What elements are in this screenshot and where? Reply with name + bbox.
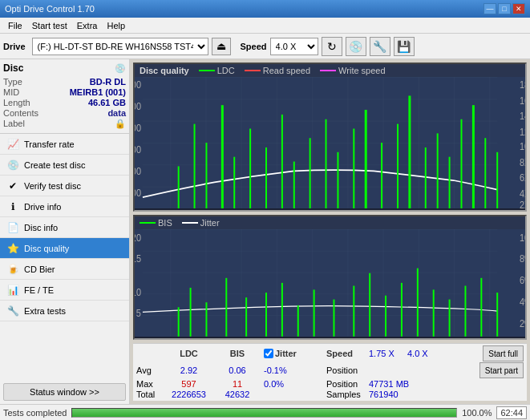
- start-part-btn-container: Start part: [401, 362, 524, 378]
- start-full-button[interactable]: Start full: [483, 345, 524, 361]
- samples-value: 761940: [369, 390, 417, 399]
- mid-value: MEIRB1 (001): [70, 87, 126, 97]
- nav-transfer-rate[interactable]: 📈 Transfer rate: [0, 134, 129, 155]
- jitter-checkbox-area: Jitter: [264, 349, 320, 358]
- content-area: Disc quality LDC Read speed Write speed: [130, 59, 530, 404]
- ldc-legend-label: LDC: [217, 66, 235, 75]
- transfer-rate-icon: 📈: [6, 138, 19, 151]
- disc-header: Disc 💿: [3, 63, 126, 74]
- nav-disc-info[interactable]: 📄 Disc info: [0, 217, 129, 238]
- svg-text:35.0: 35.0: [388, 335, 405, 337]
- ldc-legend: LDC: [199, 66, 235, 75]
- svg-text:0.0: 0.0: [143, 335, 155, 337]
- svg-text:10.0: 10.0: [212, 335, 229, 337]
- close-button[interactable]: ✕: [512, 3, 525, 14]
- menu-help[interactable]: Help: [102, 19, 130, 32]
- settings-button[interactable]: 🔧: [370, 37, 390, 56]
- minimize-button[interactable]: —: [483, 3, 496, 14]
- save-button[interactable]: 💾: [394, 37, 415, 56]
- svg-text:5: 5: [136, 308, 141, 320]
- bottom-bar: Tests completed 100.0% 62:44: [0, 404, 530, 420]
- avg-ldc: 2.92: [167, 365, 211, 375]
- read-speed-legend-label: Read speed: [263, 66, 310, 75]
- start-part-button[interactable]: Start part: [479, 362, 524, 378]
- bis-legend-label: BIS: [158, 218, 172, 228]
- disc-label-row: Label 🔒: [3, 119, 126, 129]
- speed-val-header: 1.75 X: [369, 349, 401, 358]
- stats-area: LDC BIS Jitter Speed 1.75 X 4.0 X: [133, 343, 527, 401]
- speed-col-header: Speed: [326, 349, 362, 358]
- label-label: Label: [3, 119, 25, 129]
- total-label: Total: [136, 390, 160, 399]
- svg-text:14X: 14X: [520, 110, 525, 122]
- bottom-chart-body: 20 15 10 5 10% 8% 6% 4% 2%: [135, 229, 525, 337]
- disc-mid-row: MID MEIRB1 (001): [3, 87, 126, 97]
- fe-te-icon: 📊: [6, 284, 19, 297]
- svg-text:300: 300: [135, 143, 141, 155]
- refresh-button[interactable]: ↻: [322, 37, 342, 56]
- nav-drive-info[interactable]: ℹ Drive info: [0, 196, 129, 217]
- length-label: Length: [3, 98, 30, 107]
- jitter-checkbox[interactable]: [264, 349, 273, 358]
- sidebar: Disc 💿 Type BD-R DL MID MEIRB1 (001) Len…: [0, 59, 130, 404]
- bottom-chart-header: BIS Jitter: [135, 216, 525, 229]
- bis-color: [140, 222, 156, 224]
- svg-text:16X: 16X: [520, 95, 525, 107]
- contents-value: data: [107, 108, 126, 118]
- ldc-header: LDC: [180, 349, 198, 358]
- bis-legend: BIS: [140, 218, 172, 228]
- nav-extra-tests-label: Extra tests: [24, 306, 66, 316]
- top-chart-svg: 600 500 400 300 200 100 18X 16X 14X 12X …: [135, 77, 525, 208]
- nav-cd-bier[interactable]: 🍺 CD Bier: [0, 259, 129, 280]
- nav-disc-quality[interactable]: ⭐ Disc quality: [0, 238, 129, 259]
- type-label: Type: [3, 77, 22, 87]
- svg-text:10%: 10%: [520, 232, 525, 244]
- svg-text:15: 15: [135, 253, 141, 265]
- svg-text:20.0: 20.0: [283, 335, 300, 337]
- disc-icon-btn[interactable]: 💿: [346, 37, 366, 56]
- write-speed-legend-label: Write speed: [338, 66, 386, 75]
- svg-text:30.0: 30.0: [353, 207, 370, 208]
- nav-create-test-disc[interactable]: 💿 Create test disc: [0, 155, 129, 176]
- max-label: Max: [136, 379, 160, 389]
- svg-text:2%: 2%: [520, 317, 525, 329]
- nav-extra-tests[interactable]: 🔧 Extra tests: [0, 301, 129, 321]
- drive-select[interactable]: (F:) HL-DT-ST BD-RE WH16NS58 TST4: [32, 38, 208, 55]
- svg-text:15.0: 15.0: [247, 207, 265, 208]
- total-bis: 42632: [217, 390, 257, 399]
- read-speed-legend: Read speed: [245, 66, 310, 75]
- svg-text:25.0: 25.0: [318, 335, 335, 337]
- drive-info-icon: ℹ: [6, 200, 19, 213]
- nav-verify-test-disc[interactable]: ✔ Verify test disc: [0, 176, 129, 196]
- disc-info-icon: 📄: [6, 221, 19, 234]
- svg-text:45.0: 45.0: [459, 207, 476, 208]
- restore-button[interactable]: □: [498, 3, 511, 14]
- menu-start-test[interactable]: Start test: [27, 19, 72, 32]
- bottom-chart-svg: 20 15 10 5 10% 8% 6% 4% 2%: [135, 229, 525, 337]
- bottom-chart-panel: BIS Jitter 2: [133, 215, 527, 340]
- menu-file[interactable]: File: [3, 19, 27, 32]
- max-jitter: 0.0%: [264, 379, 320, 389]
- top-chart-header: Disc quality LDC Read speed Write speed: [135, 64, 525, 77]
- max-bis: 11: [217, 379, 257, 389]
- menu-extra[interactable]: Extra: [72, 19, 103, 32]
- status-window-button[interactable]: Status window >>: [3, 383, 126, 401]
- nav-fe-te[interactable]: 📊 FE / TE: [0, 280, 129, 301]
- svg-text:5.0: 5.0: [178, 335, 190, 337]
- start-full-btn-container: Start full: [454, 345, 524, 361]
- svg-text:8%: 8%: [520, 253, 525, 265]
- titlebar: Opti Drive Control 1.70 — □ ✕: [0, 0, 530, 18]
- svg-text:30.0: 30.0: [353, 335, 370, 337]
- jitter-header: Jitter: [275, 349, 297, 358]
- svg-text:20: 20: [135, 232, 141, 244]
- write-speed-color: [320, 70, 336, 71]
- svg-text:2X: 2X: [520, 199, 525, 208]
- disc-quality-icon: ⭐: [6, 242, 19, 255]
- stats-header-row: LDC BIS Jitter Speed 1.75 X 4.0 X: [136, 345, 524, 361]
- speed-select[interactable]: 4.0 X 1.0 X 2.0 X 8.0 X: [270, 38, 318, 55]
- main-content: Disc 💿 Type BD-R DL MID MEIRB1 (001) Len…: [0, 59, 530, 404]
- svg-text:200: 200: [135, 165, 141, 177]
- eject-button[interactable]: ⏏: [212, 38, 231, 55]
- stats-avg-row: Avg 2.92 0.06 -0.1% Position Start part: [136, 362, 524, 378]
- nav-items: 📈 Transfer rate 💿 Create test disc ✔ Ver…: [0, 134, 129, 380]
